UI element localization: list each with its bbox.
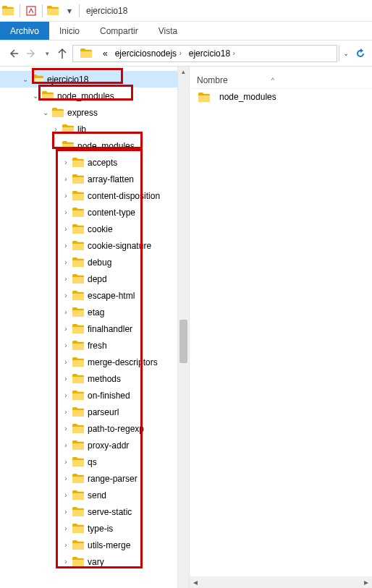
tree-node-package[interactable]: ›cookie: [0, 221, 177, 237]
qat-dropdown-icon[interactable]: ▾: [65, 5, 74, 17]
expander-icon[interactable]: ⌄: [20, 75, 30, 83]
expander-icon[interactable]: ›: [61, 175, 71, 183]
expander-icon[interactable]: ›: [61, 491, 71, 499]
tree-node-package[interactable]: ›on-finished: [0, 387, 177, 404]
expander-icon[interactable]: ›: [61, 208, 71, 216]
address-dropdown[interactable]: ⌄: [339, 46, 352, 61]
list-item[interactable]: node_modules: [190, 89, 372, 105]
expander-icon[interactable]: ›: [61, 391, 71, 399]
expander-icon[interactable]: ⌄: [41, 108, 51, 116]
expander-icon[interactable]: ›: [61, 358, 71, 366]
scroll-right-icon[interactable]: ▸: [360, 577, 372, 587]
folder-icon: [72, 208, 84, 217]
breadcrumb-folder-icon[interactable]: [76, 46, 98, 61]
tab-view[interactable]: Vista: [148, 22, 187, 40]
tree-node-package[interactable]: ›methods: [0, 370, 177, 387]
column-header-name[interactable]: Nombre ^: [190, 72, 372, 89]
tree-node-package[interactable]: ›type-is: [0, 520, 177, 537]
expander-icon[interactable]: ›: [61, 524, 71, 532]
tree-node-package[interactable]: ›content-type: [0, 204, 177, 221]
expander-icon[interactable]: ›: [61, 458, 71, 466]
tree-node-package[interactable]: ›path-to-regexp: [0, 420, 177, 437]
tree-node-package[interactable]: ›etag: [0, 304, 177, 320]
expander-icon[interactable]: ›: [61, 325, 71, 333]
breadcrumb-part-1[interactable]: ejercicio18 ›: [186, 46, 238, 61]
tree-node-package[interactable]: ›cookie-signature: [0, 237, 177, 254]
expander-icon[interactable]: ›: [61, 258, 71, 266]
expander-icon[interactable]: ›: [61, 158, 71, 166]
expander-icon[interactable]: ›: [61, 341, 71, 349]
tree-node-package[interactable]: ›fresh: [0, 337, 177, 354]
tab-home[interactable]: Inicio: [49, 22, 90, 40]
tree-node-package[interactable]: ›proxy-addr: [0, 437, 177, 453]
expander-icon[interactable]: ›: [61, 408, 71, 416]
content-pane[interactable]: Nombre ^ node_modules ◂ ▸: [190, 67, 372, 588]
tree-node-package[interactable]: ›utils-merge: [0, 537, 177, 553]
tree-node-package[interactable]: ›array-flatten: [0, 171, 177, 187]
scroll-thumb[interactable]: [179, 320, 187, 363]
tree-node-package[interactable]: ›vary: [0, 553, 177, 570]
expander-icon[interactable]: ›: [61, 474, 71, 482]
tree-node-package[interactable]: ›finalhandler: [0, 320, 177, 337]
tree-node-package[interactable]: ›send: [0, 487, 177, 503]
expander-icon[interactable]: ›: [61, 308, 71, 316]
expander-icon[interactable]: ›: [61, 441, 71, 449]
tree-label: type-is: [88, 524, 113, 534]
tree-node-package[interactable]: ›range-parser: [0, 470, 177, 487]
scroll-up-icon[interactable]: ▴: [178, 67, 189, 75]
tree-label: node_modules: [77, 141, 135, 151]
tree-node-lib[interactable]: › lib: [0, 121, 177, 137]
tab-share[interactable]: Compartir: [90, 22, 148, 40]
expander-icon[interactable]: ⌄: [30, 92, 41, 100]
tree-node-package[interactable]: ›qs: [0, 453, 177, 470]
expander-icon[interactable]: ›: [61, 275, 71, 283]
tree-node-package[interactable]: ›content-disposition: [0, 187, 177, 204]
nav-forward-button[interactable]: [23, 45, 41, 62]
expander-icon[interactable]: ›: [61, 291, 71, 299]
tab-file[interactable]: Archivo: [0, 22, 49, 40]
tree-node-node_modules-inner[interactable]: ⌄ node_modules: [0, 137, 177, 154]
tree-node-package[interactable]: ›accepts: [0, 154, 177, 171]
expander-icon[interactable]: ›: [51, 125, 61, 133]
tree-node-package[interactable]: ›depd: [0, 270, 177, 287]
tree-node-package[interactable]: ›escape-html: [0, 287, 177, 304]
breadcrumb-overflow[interactable]: «: [100, 46, 111, 61]
tree-node-node_modules[interactable]: ⌄ node_modules: [0, 88, 177, 104]
expander-icon[interactable]: ›: [61, 425, 71, 433]
tree-label: etag: [88, 307, 104, 318]
tree-label: debug: [88, 257, 111, 268]
folder-icon: [72, 341, 84, 350]
tree-label: merge-descriptors: [88, 357, 158, 367]
tree-label: content-disposition: [88, 191, 160, 201]
scroll-left-icon[interactable]: ◂: [190, 577, 201, 587]
folder-icon: [72, 257, 84, 267]
tree-scrollbar[interactable]: ▴: [178, 67, 190, 588]
expander-icon[interactable]: ›: [61, 508, 71, 516]
expander-icon[interactable]: ›: [61, 242, 71, 250]
tree-label: finalhandler: [88, 324, 132, 334]
tree-node-package[interactable]: ›merge-descriptors: [0, 354, 177, 370]
tree-node-package[interactable]: ›debug: [0, 254, 177, 270]
qat-properties-icon[interactable]: [25, 5, 37, 17]
expander-icon[interactable]: ›: [61, 558, 71, 566]
expander-icon[interactable]: ⌄: [51, 142, 61, 150]
breadcrumb-part-0[interactable]: ejerciciosnodejs ›: [112, 46, 185, 61]
expander-icon[interactable]: ›: [61, 541, 71, 549]
app-folder-icon-2: [48, 5, 59, 17]
tree-node-package[interactable]: ›parseurl: [0, 404, 177, 420]
nav-up-button[interactable]: [54, 45, 71, 62]
folder-icon: [72, 524, 84, 533]
tree-node-express[interactable]: ⌄ express: [0, 104, 177, 121]
tree-pane[interactable]: ⌄ ejercicio18 ⌄ node_modules ⌄ express ›…: [0, 67, 178, 588]
tree-node-package[interactable]: ›serve-static: [0, 503, 177, 520]
tree-label: on-finished: [88, 391, 130, 401]
nav-back-button[interactable]: [4, 45, 22, 62]
refresh-button[interactable]: [353, 45, 368, 62]
expander-icon[interactable]: ›: [61, 225, 71, 233]
expander-icon[interactable]: ›: [61, 375, 71, 383]
expander-icon[interactable]: ›: [61, 192, 71, 200]
tree-node-root[interactable]: ⌄ ejercicio18: [0, 71, 177, 88]
nav-recent-dropdown[interactable]: ▾: [42, 45, 52, 62]
address-bar[interactable]: « ejerciciosnodejs › ejercicio18 ›: [72, 45, 337, 62]
content-h-scrollbar[interactable]: ◂ ▸: [190, 576, 372, 588]
